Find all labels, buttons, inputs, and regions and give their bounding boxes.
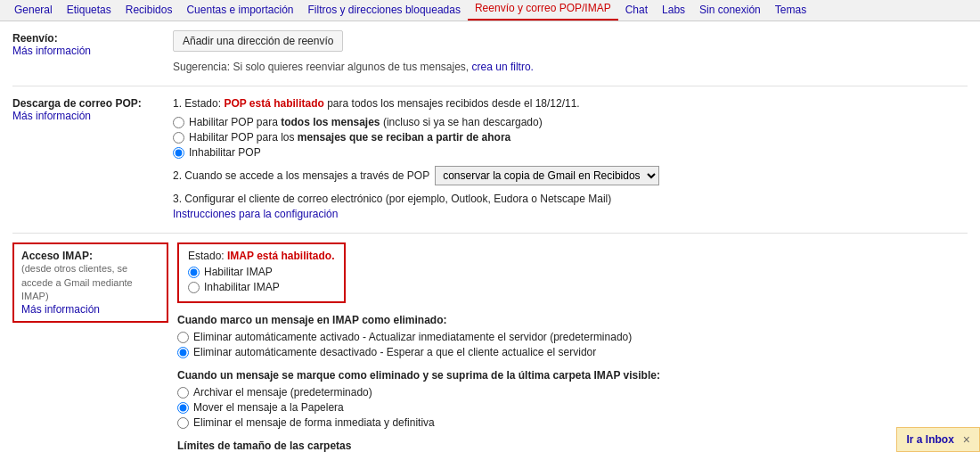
pop-radio-all[interactable]: [173, 117, 184, 128]
imap-disable-label: Inhabilitar IMAP: [204, 281, 280, 293]
sup-radio-delete[interactable]: [177, 417, 189, 429]
imap-when-suppressed-section: Cuando un mensaje se marque como elimina…: [177, 369, 968, 429]
imap-sub-text: (desde otros clientes, se accede a Gmail…: [21, 263, 133, 301]
pop-more-info[interactable]: Más información: [12, 110, 91, 122]
reenvio-title: Reenvío:: [12, 32, 58, 45]
tab-labs[interactable]: Labs: [655, 0, 692, 21]
imap-title: Acceso IMAP:: [21, 250, 93, 262]
imap-right-col: Estado: IMAP está habilitado. Habilitar …: [177, 242, 968, 452]
imap-enable-radio[interactable]: [188, 267, 200, 278]
reenvio-label-col: Reenvío: Más información: [12, 30, 173, 73]
reenvio-section: Reenvío: Más información Añadir una dire…: [12, 30, 968, 73]
imap-disable-option: Inhabilitar IMAP: [188, 281, 335, 293]
pop-radio-disable[interactable]: [173, 147, 184, 159]
sup-radio-trash[interactable]: [177, 402, 189, 414]
pop-title: Descarga de correo POP:: [12, 97, 142, 110]
reenvio-right-col: Añadir una dirección de reenvío Sugerenc…: [173, 30, 968, 73]
pop-dropdown-row: 2. Cuando se accede a los mensajes a tra…: [173, 166, 968, 185]
tab-recibidos[interactable]: Recibidos: [118, 0, 180, 21]
imap-status-box: Estado: IMAP está habilitado. Habilitar …: [177, 242, 346, 303]
del-label-auto-off: Eliminar automáticamente desactivado - E…: [193, 346, 596, 358]
when-suppressed-title: Cuando un mensaje se marque como elimina…: [177, 369, 968, 382]
go-to-inbox-link[interactable]: Ir a Inbox: [906, 433, 953, 446]
imap-disable-radio[interactable]: [188, 282, 200, 293]
bottom-bar-close[interactable]: ×: [963, 432, 970, 447]
tab-sinconexion[interactable]: Sin conexión: [692, 0, 768, 21]
sup-radio-archive[interactable]: [177, 387, 189, 399]
tab-etiquetas[interactable]: Etiquetas: [60, 0, 118, 21]
imap-status-text: Estado: IMAP está habilitado.: [188, 250, 335, 262]
del-auto-on: Eliminar automáticamente activado - Actu…: [177, 331, 968, 343]
pop-label-col: Descarga de correo POP: Más información: [12, 95, 173, 220]
pop-option-disable: Inhabilitar POP: [173, 146, 968, 159]
create-filter-link[interactable]: crea un filtro.: [472, 61, 534, 73]
del-radio-auto-on[interactable]: [177, 332, 189, 343]
imap-more-info[interactable]: Más información: [21, 303, 100, 316]
suggestion-text: Sugerencia: Si solo quieres reenviar alg…: [173, 61, 968, 73]
del-auto-off: Eliminar automáticamente desactivado - E…: [177, 346, 968, 358]
tab-temas[interactable]: Temas: [768, 0, 813, 21]
pop-radio-from-now[interactable]: [173, 132, 184, 144]
tab-filtros[interactable]: Filtros y direcciones bloqueadas: [301, 0, 468, 21]
sup-trash: Mover el mensaje a la Papelera: [177, 401, 968, 414]
tab-chat[interactable]: Chat: [618, 0, 655, 21]
pop-label-from-now: Habilitar POP para los mensajes que se r…: [189, 131, 510, 144]
pop-option-from-now: Habilitar POP para los mensajes que se r…: [173, 131, 968, 144]
pop-label-disable: Inhabilitar POP: [189, 146, 261, 159]
imap-label-box: Acceso IMAP: (desde otros clientes, se a…: [12, 242, 168, 323]
del-label-auto-on: Eliminar automáticamente activado - Actu…: [193, 331, 632, 343]
imap-section: Acceso IMAP: (desde otros clientes, se a…: [12, 242, 968, 452]
limits-title: Límites de tamaño de las carpetas: [177, 440, 968, 452]
sup-label-delete: Eliminar el mensaje de forma inmediata y…: [193, 416, 435, 429]
tabs-bar: GeneralEtiquetasRecibidosCuentas e impor…: [0, 0, 980, 21]
sup-delete: Eliminar el mensaje de forma inmediata y…: [177, 416, 968, 429]
sup-label-trash: Mover el mensaje a la Papelera: [193, 401, 344, 414]
imap-when-deleted-section: Cuando marco un mensaje en IMAP como eli…: [177, 314, 968, 358]
pop-section: Descarga de correo POP: Más información …: [12, 95, 968, 220]
imap-enable-option: Habilitar IMAP: [188, 266, 335, 278]
main-content: Reenvío: Más información Añadir una dire…: [0, 21, 980, 452]
tab-reenvio[interactable]: Reenvío y correo POP/IMAP: [468, 0, 618, 21]
reenvio-more-info[interactable]: Más información: [12, 45, 91, 57]
del-radio-auto-off[interactable]: [177, 347, 189, 358]
imap-limits-section: Límites de tamaño de las carpetas No lim…: [177, 440, 968, 452]
config-instructions-link[interactable]: Instrucciones para la configuración: [173, 208, 338, 220]
tab-general[interactable]: General: [7, 0, 60, 21]
pop-action-select[interactable]: conservar la copia de Gmail en Recibidos…: [435, 166, 659, 185]
pop-option-all: Habilitar POP para todos los mensajes (i…: [173, 116, 968, 128]
pop-right-col: 1. Estado: POP está habilitado para todo…: [173, 95, 968, 220]
bottom-bar: Ir a Inbox ×: [896, 427, 980, 452]
sup-label-archive: Archivar el mensaje (predeterminado): [193, 386, 372, 399]
when-marked-title: Cuando marco un mensaje en IMAP como eli…: [177, 314, 968, 326]
pop-label-all: Habilitar POP para todos los mensajes (i…: [189, 116, 543, 128]
add-forward-button[interactable]: Añadir una dirección de reenvío: [173, 30, 343, 52]
tab-cuentas[interactable]: Cuentas e importación: [179, 0, 300, 21]
sup-archive: Archivar el mensaje (predeterminado): [177, 386, 968, 399]
pop-status-line: 1. Estado: POP está habilitado para todo…: [173, 95, 968, 112]
imap-enable-label: Habilitar IMAP: [204, 266, 273, 278]
pop-config-title: 3. Configurar el cliente de correo elect…: [173, 193, 968, 205]
